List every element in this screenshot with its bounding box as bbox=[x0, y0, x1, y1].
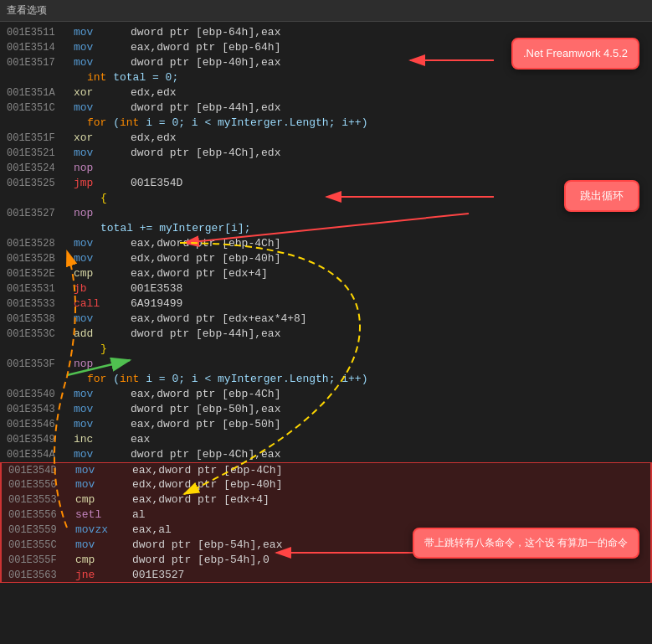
code-line: 001E351Cmovdword ptr [ebp-44h],edx bbox=[0, 100, 652, 116]
code-line: 001E353Fnop bbox=[0, 357, 652, 372]
code-line: int total = 0; bbox=[0, 70, 652, 85]
title-bar: 查看选项 bbox=[0, 0, 652, 22]
code-line: 001E352Bmovedx,dword ptr [ebp-40h] bbox=[0, 251, 652, 266]
main-container: 查看选项 001E3511movdword ptr [ebp-64h],eax0… bbox=[0, 0, 652, 644]
code-line: 001E3527nop bbox=[0, 206, 652, 221]
code-line: 001E3538moveax,dword ptr [edx+eax*4+8] bbox=[0, 312, 652, 327]
no-add-bubble: 带上跳转有八条命令，这个设 有算加一的命令 bbox=[413, 528, 639, 559]
code-line: 001E3533call6A919499 bbox=[0, 296, 652, 312]
code-line: 001E3563jne001E3527 bbox=[0, 568, 652, 583]
code-line: 001E354Amovdword ptr [ebp-4Ch],eax bbox=[0, 447, 652, 462]
code-line: total += myInterger[i]; bbox=[0, 221, 652, 236]
code-line: 001E354Dmoveax,dword ptr [ebp-4Ch] bbox=[0, 462, 652, 477]
jump-loop-bubble: 跳出循环 bbox=[564, 180, 639, 212]
code-line: 001E353Cadddword ptr [ebp-44h],eax bbox=[0, 327, 652, 342]
code-line: 001E3549inceax bbox=[0, 432, 652, 447]
code-line: } bbox=[0, 342, 652, 357]
code-line: { bbox=[0, 191, 652, 206]
code-line: 001E3525jmp001E354D bbox=[0, 176, 652, 191]
code-line: 001E3524nop bbox=[0, 161, 652, 176]
code-line: 001E3540moveax,dword ptr [ebp-4Ch] bbox=[0, 387, 652, 402]
code-line: 001E352Ecmpeax,dword ptr [edx+4] bbox=[0, 266, 652, 281]
code-line: for (int i = 0; i < myInterger.Length; i… bbox=[0, 372, 652, 387]
dotnet-bubble: .Net Freamwork 4.5.2 bbox=[511, 38, 639, 70]
code-line: 001E3531jb001E3538 bbox=[0, 281, 652, 296]
code-line: 001E3546moveax,dword ptr [ebp-50h] bbox=[0, 417, 652, 432]
code-line: 001E3521movdword ptr [ebp-4Ch],edx bbox=[0, 146, 652, 161]
code-line: 001E3528moveax,dword ptr [ebp-4Ch] bbox=[0, 236, 652, 251]
code-line: for (int i = 0; i < myInterger.Length; i… bbox=[0, 116, 652, 131]
code-line: 001E351Fxoredx,edx bbox=[0, 131, 652, 146]
code-line: 001E3550movedx,dword ptr [ebp-40h] bbox=[0, 477, 652, 492]
code-line: 001E3543movdword ptr [ebp-50h],eax bbox=[0, 402, 652, 417]
code-line: 001E3553cmpeax,dword ptr [edx+4] bbox=[0, 492, 652, 507]
code-line: 001E3556setlal bbox=[0, 507, 652, 523]
code-line: 001E351Axoredx,edx bbox=[0, 85, 652, 100]
code-area: 001E3511movdword ptr [ebp-64h],eax001E35… bbox=[0, 22, 652, 586]
title-text: 查看选项 bbox=[7, 5, 47, 17]
